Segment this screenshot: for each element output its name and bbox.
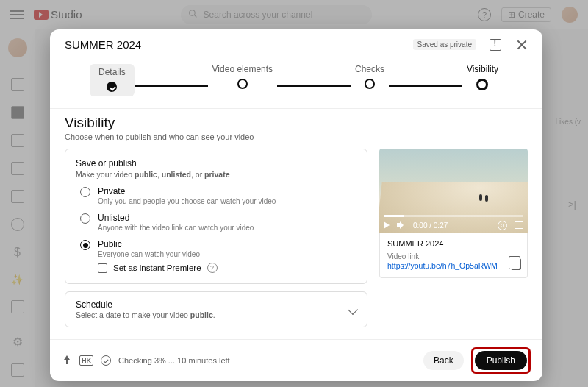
step-checks[interactable]: Checks (351, 64, 389, 96)
settings-icon[interactable] (498, 221, 507, 230)
step-visibility[interactable]: Visibility (462, 64, 503, 96)
step-details[interactable]: Details (90, 64, 135, 96)
send-feedback-icon[interactable] (490, 39, 501, 51)
option-label: Unlisted (98, 213, 254, 223)
step-done-icon (107, 82, 117, 92)
volume-icon[interactable] (397, 221, 406, 229)
option-private[interactable]: Private Only you and people you choose c… (76, 186, 356, 205)
video-preview-player[interactable]: 0:00 / 0:27 (379, 149, 528, 233)
option-desc: Anyone with the video link can watch you… (98, 224, 254, 232)
card-title: Save or publish (76, 158, 356, 168)
upload-status-text: Checking 3% ... 10 minutes left (118, 356, 230, 365)
option-desc: Everyone can watch your video (98, 250, 200, 258)
player-time: 0:00 / 0:27 (413, 221, 448, 230)
upload-dialog: SUMMER 2024 Saved as private Details Vid… (50, 29, 542, 381)
step-dot-icon (365, 79, 375, 89)
publish-highlight: Publish (471, 347, 531, 374)
checks-progress-icon (101, 355, 111, 366)
schedule-subtitle: Select a date to make your video public. (76, 310, 215, 319)
preview-video-title: SUMMER 2024 (387, 239, 520, 248)
option-public[interactable]: Public Everyone can watch your video (76, 239, 356, 258)
step-video-elements[interactable]: Video elements (208, 64, 278, 96)
player-controls: 0:00 / 0:27 (379, 217, 528, 233)
upload-progress-icon (62, 355, 72, 366)
saved-status-pill: Saved as private (413, 39, 477, 50)
visibility-subtitle: Choose when to publish and who can see y… (65, 132, 528, 141)
schedule-title: Schedule (76, 299, 215, 310)
close-icon[interactable] (516, 39, 528, 51)
instant-premiere-row[interactable]: Set as instant Premiere ? (98, 263, 356, 273)
video-meta-panel: SUMMER 2024 Video link https://youtu.be/… (379, 233, 528, 278)
dialog-footer: HK Checking 3% ... 10 minutes left Back … (50, 339, 542, 381)
schedule-card[interactable]: Schedule Select a date to make your vide… (65, 291, 368, 327)
step-visibility-label: Visibility (467, 64, 498, 74)
step-elements-label: Video elements (212, 64, 273, 74)
option-label: Public (98, 239, 200, 249)
radio-icon (80, 213, 90, 224)
option-desc: Only you and people you choose can watch… (98, 197, 276, 205)
upload-stepper: Details Video elements Checks Visibility (50, 58, 542, 109)
hd-badge-icon: HK (79, 355, 93, 366)
step-details-label: Details (98, 67, 126, 77)
dialog-body[interactable]: Visibility Choose when to publish and wh… (50, 109, 542, 339)
step-current-icon (476, 79, 488, 90)
option-label: Private (98, 186, 276, 196)
visibility-heading: Visibility (65, 115, 528, 131)
step-dot-icon (237, 79, 248, 89)
dialog-title: SUMMER 2024 (65, 38, 141, 51)
card-subtitle: Make your video public, unlisted, or pri… (76, 170, 356, 179)
copy-link-icon[interactable] (511, 258, 521, 270)
chevron-down-icon (348, 304, 358, 314)
back-button[interactable]: Back (423, 351, 464, 370)
video-link-label: Video link (387, 252, 520, 260)
checkbox-icon (98, 263, 107, 273)
radio-icon (80, 187, 90, 197)
play-icon[interactable] (384, 221, 390, 229)
help-icon[interactable]: ? (207, 263, 218, 273)
option-unlisted[interactable]: Unlisted Anyone with the video link can … (76, 213, 356, 232)
step-checks-label: Checks (355, 64, 384, 74)
radio-selected-icon (80, 240, 90, 250)
fullscreen-icon[interactable] (514, 221, 523, 229)
save-or-publish-card: Save or publish Make your video public, … (65, 149, 368, 284)
video-link[interactable]: https://youtu.be/h7h_Op5aRWM (387, 261, 520, 270)
premiere-label: Set as instant Premiere (113, 263, 201, 272)
publish-button[interactable]: Publish (475, 351, 527, 370)
dialog-header: SUMMER 2024 Saved as private (50, 29, 542, 58)
